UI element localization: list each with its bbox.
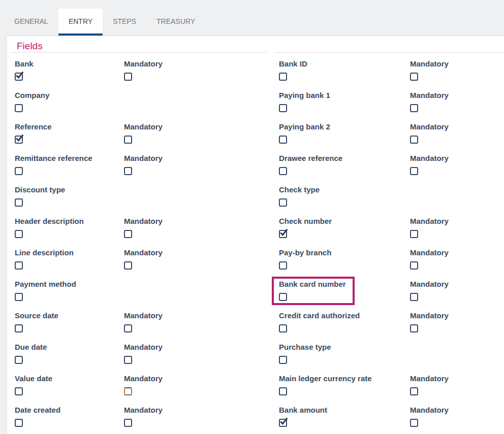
field-row: Line description Mandatory (15, 248, 267, 280)
mandatory-checkbox[interactable] (124, 73, 132, 81)
field-label: Bank ID (279, 59, 410, 69)
field-checkbox[interactable] (279, 198, 287, 207)
mandatory-checkbox[interactable] (410, 136, 418, 144)
field-checkbox[interactable] (279, 104, 287, 112)
field-checkbox[interactable] (15, 293, 23, 301)
field-checkbox[interactable] (15, 198, 23, 207)
mandatory-checkbox[interactable] (124, 356, 132, 364)
field-checkbox[interactable] (279, 419, 287, 427)
field-label: Payment method (15, 280, 124, 289)
field-row: Due date Mandatory (15, 343, 267, 374)
field-row: Discount type Mandatory (15, 185, 267, 217)
field-checkbox[interactable] (279, 293, 287, 301)
tab-entry[interactable]: ENTRY (58, 9, 103, 36)
mandatory-checkbox[interactable] (124, 387, 132, 395)
field-checkbox[interactable] (279, 230, 287, 238)
mandatory-cell: Mandatory (124, 217, 163, 248)
mandatory-cell: Mandatory (124, 343, 163, 374)
mandatory-cell: Mandatory (124, 122, 163, 154)
field-checkbox[interactable] (279, 324, 287, 332)
mandatory-label: Mandatory (124, 122, 163, 131)
field-label: Value date (15, 374, 124, 383)
mandatory-label: Mandatory (410, 122, 449, 131)
field-checkbox[interactable] (15, 356, 23, 364)
field-row: Bank amount Mandatory (279, 406, 504, 434)
field-checkbox[interactable] (15, 261, 23, 270)
mandatory-cell: Mandatory (124, 59, 163, 91)
field-cell: Paying bank 2 (279, 122, 410, 154)
mandatory-label: Mandatory (124, 248, 163, 257)
mandatory-checkbox[interactable] (410, 261, 418, 270)
field-checkbox[interactable] (15, 167, 23, 175)
field-checkbox[interactable] (279, 387, 287, 395)
mandatory-checkbox[interactable] (124, 261, 132, 270)
mandatory-checkbox[interactable] (410, 324, 418, 332)
field-cell: Value date (15, 374, 124, 406)
field-label: Drawee reference (279, 154, 410, 163)
mandatory-checkbox[interactable] (410, 230, 418, 238)
tab-general[interactable]: GENERAL (4, 9, 58, 36)
field-row: Date created Mandatory (15, 406, 267, 434)
field-row: Check number Mandatory (279, 217, 504, 248)
mandatory-label: Mandatory (410, 280, 449, 289)
field-checkbox[interactable] (15, 419, 23, 427)
field-checkbox[interactable] (15, 324, 23, 332)
mandatory-checkbox[interactable] (410, 293, 418, 301)
mandatory-cell: Mandatory (410, 59, 449, 91)
mandatory-label: Mandatory (124, 59, 163, 69)
fields-column: Bank ID Mandatory Paying bank 1 Mandator… (275, 52, 504, 434)
mandatory-checkbox[interactable] (124, 324, 132, 332)
field-label: Check number (279, 217, 410, 226)
mandatory-checkbox[interactable] (410, 73, 418, 81)
checkmark-icon (15, 71, 24, 80)
field-checkbox[interactable] (15, 136, 23, 144)
field-row: Value date Mandatory (15, 374, 267, 406)
field-checkbox[interactable] (279, 356, 287, 364)
mandatory-label: Mandatory (410, 217, 449, 226)
mandatory-checkbox[interactable] (124, 136, 132, 144)
field-checkbox[interactable] (15, 387, 23, 395)
mandatory-checkbox[interactable] (410, 167, 418, 175)
field-checkbox[interactable] (279, 73, 287, 81)
tab-label: STEPS (113, 17, 136, 25)
field-checkbox[interactable] (15, 230, 23, 238)
field-row: Payment method Mandatory (15, 280, 267, 311)
mandatory-checkbox[interactable] (124, 419, 132, 427)
mandatory-label: Mandatory (124, 154, 163, 163)
tab-steps[interactable]: STEPS (103, 9, 146, 36)
mandatory-checkbox[interactable] (410, 419, 418, 427)
field-checkbox[interactable] (15, 73, 23, 81)
mandatory-checkbox[interactable] (410, 387, 418, 395)
mandatory-checkbox[interactable] (124, 230, 132, 238)
field-label: Line description (15, 248, 124, 257)
mandatory-checkbox[interactable] (124, 167, 132, 175)
mandatory-label: Mandatory (124, 374, 163, 383)
tab-label: TREASURY (156, 17, 195, 25)
checkmark-icon (279, 417, 289, 426)
field-cell: Discount type (15, 185, 124, 217)
field-label: Header description (15, 217, 124, 226)
field-label: Bank amount (279, 406, 410, 415)
mandatory-cell: Mandatory (410, 217, 449, 248)
field-checkbox[interactable] (279, 136, 287, 144)
field-label: Source date (15, 311, 124, 320)
mandatory-checkbox[interactable] (410, 104, 418, 112)
field-cell: Check type (279, 185, 410, 217)
tab-treasury[interactable]: TREASURY (146, 9, 205, 36)
field-label: Paying bank 1 (279, 91, 410, 100)
mandatory-cell: Mandatory (124, 154, 163, 185)
fields-column: Bank Mandatory Company Mandatory (11, 52, 267, 434)
field-label: Reference (15, 122, 124, 131)
field-checkbox[interactable] (279, 261, 287, 270)
field-cell: Purchase type (279, 343, 410, 374)
mandatory-label: Mandatory (124, 343, 163, 352)
field-checkbox[interactable] (279, 167, 287, 175)
field-row: Paying bank 2 Mandatory (279, 122, 504, 154)
tab-label: GENERAL (14, 17, 48, 25)
field-row: Company Mandatory (15, 91, 267, 122)
field-row: Paying bank 1 Mandatory (279, 91, 504, 122)
mandatory-label: Mandatory (410, 154, 449, 163)
field-checkbox[interactable] (15, 104, 23, 112)
field-label: Check type (279, 185, 410, 194)
field-cell: Date created (15, 406, 124, 434)
